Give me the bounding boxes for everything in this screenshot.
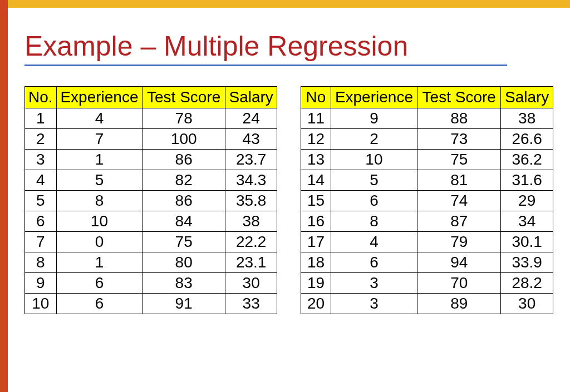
table-row: 147824 [25, 108, 277, 129]
table-cell: 33 [225, 294, 277, 314]
table-body-right: 11988381227326.613107536.21458131.615674… [301, 108, 553, 314]
table-cell: 94 [417, 252, 501, 273]
table-cell: 82 [142, 170, 225, 191]
table-body-left: 1478242710043318623.7458234.3588635.8610… [25, 108, 277, 314]
header-no: No [301, 87, 331, 108]
table-cell: 6 [56, 273, 142, 294]
header-salary: Salary [501, 87, 553, 108]
table-cell: 38 [225, 211, 277, 232]
table-row: 1688734 [301, 211, 553, 232]
table-cell: 13 [301, 150, 331, 170]
table-row: 1747930.1 [301, 232, 553, 252]
table-cell: 6 [56, 294, 142, 314]
table-cell: 100 [142, 129, 225, 150]
table-cell: 14 [301, 170, 331, 191]
table-cell: 10 [331, 150, 417, 170]
table-cell: 36.2 [501, 150, 553, 170]
header-no: No. [25, 87, 57, 108]
table-cell: 9 [25, 273, 57, 294]
table-cell: 10 [56, 211, 142, 232]
table-header-row: No. Experience Test Score Salary [25, 87, 277, 108]
table-row: 458234.3 [25, 170, 277, 191]
table-row: 1869433.9 [301, 252, 553, 273]
table-row: 6108438 [25, 211, 277, 232]
table-cell: 18 [301, 252, 331, 273]
table-cell: 2 [331, 129, 417, 150]
table-cell: 17 [301, 232, 331, 252]
table-cell: 9 [331, 108, 417, 129]
slide-border-left [0, 0, 8, 392]
table-cell: 75 [417, 150, 501, 170]
table-cell: 6 [25, 211, 57, 232]
table-cell: 1 [56, 150, 142, 170]
table-cell: 28.2 [501, 273, 553, 294]
table-row: 968330 [25, 273, 277, 294]
slide-border-top [8, 0, 570, 8]
table-cell: 5 [56, 170, 142, 191]
table-cell: 81 [417, 170, 501, 191]
table-cell: 30 [501, 294, 553, 314]
header-experience: Experience [331, 87, 417, 108]
table-cell: 22.2 [225, 232, 277, 252]
table-cell: 16 [301, 211, 331, 232]
header-test-score: Test Score [417, 87, 501, 108]
table-cell: 86 [142, 150, 225, 170]
table-cell: 4 [56, 108, 142, 129]
table-cell: 88 [417, 108, 501, 129]
table-cell: 15 [301, 191, 331, 211]
table-cell: 0 [56, 232, 142, 252]
table-cell: 43 [225, 129, 277, 150]
table-cell: 79 [417, 232, 501, 252]
table-row: 1069133 [25, 294, 277, 314]
table-cell: 1 [56, 252, 142, 273]
table-cell: 8 [331, 211, 417, 232]
table-cell: 1 [25, 108, 57, 129]
table-cell: 24 [225, 108, 277, 129]
table-row: 818023.1 [25, 252, 277, 273]
table-cell: 34 [501, 211, 553, 232]
table-cell: 5 [331, 170, 417, 191]
table-row: 1458131.6 [301, 170, 553, 191]
table-cell: 34.3 [225, 170, 277, 191]
table-cell: 7 [56, 129, 142, 150]
table-cell: 19 [301, 273, 331, 294]
table-cell: 26.6 [501, 129, 553, 150]
table-cell: 29 [501, 191, 553, 211]
table-row: 588635.8 [25, 191, 277, 211]
header-salary: Salary [225, 87, 277, 108]
table-cell: 70 [417, 273, 501, 294]
table-cell: 74 [417, 191, 501, 211]
table-cell: 31.6 [501, 170, 553, 191]
table-cell: 75 [142, 232, 225, 252]
table-cell: 20 [301, 294, 331, 314]
page-title: Example – Multiple Regression [24, 30, 553, 62]
header-experience: Experience [56, 87, 142, 108]
table-cell: 6 [331, 252, 417, 273]
table-row: 1567429 [301, 191, 553, 211]
table-cell: 8 [25, 252, 57, 273]
table-cell: 6 [331, 191, 417, 211]
slide-content: Example – Multiple Regression No. Experi… [8, 8, 570, 392]
table-header-row: No Experience Test Score Salary [301, 87, 553, 108]
table-cell: 86 [142, 191, 225, 211]
table-cell: 3 [25, 150, 57, 170]
table-cell: 5 [25, 191, 57, 211]
table-row: 1937028.2 [301, 273, 553, 294]
table-cell: 2 [25, 129, 57, 150]
data-table-right: No Experience Test Score Salary 11988381… [301, 86, 553, 314]
table-cell: 4 [331, 232, 417, 252]
table-row: 707522.2 [25, 232, 277, 252]
table-cell: 8 [56, 191, 142, 211]
table-cell: 35.8 [225, 191, 277, 211]
table-cell: 78 [142, 108, 225, 129]
title-underline [24, 64, 507, 66]
table-cell: 3 [331, 273, 417, 294]
table-cell: 84 [142, 211, 225, 232]
table-cell: 87 [417, 211, 501, 232]
tables-container: No. Experience Test Score Salary 1478242… [24, 86, 553, 314]
table-cell: 30.1 [501, 232, 553, 252]
table-cell: 10 [25, 294, 57, 314]
table-row: 13107536.2 [301, 150, 553, 170]
table-cell: 7 [25, 232, 57, 252]
table-cell: 83 [142, 273, 225, 294]
